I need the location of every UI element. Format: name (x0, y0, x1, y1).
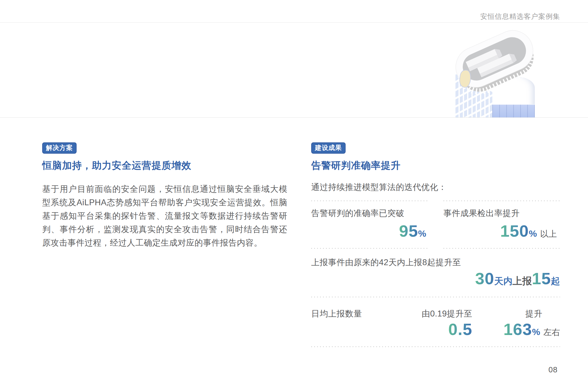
stat-daily-content: 日均上报数量 由0.19提升至 0.5 提升 163%左右 (311, 308, 560, 342)
stat-detection-value-line: 150%以上 (443, 223, 557, 244)
dotted-divider (443, 248, 560, 249)
dotted-divider (311, 346, 560, 347)
stat-daily-lift-unit: % (532, 327, 540, 337)
stat-accuracy: 告警研判的准确率已突破 95% (311, 200, 429, 249)
results-intro: 通过持续推进模型算法的迭代优化： (311, 182, 560, 193)
stat-daily-lift-value-line: 163%左右 (503, 321, 560, 342)
stat-daily-from: 由0.19提升至 0.5 (422, 308, 472, 342)
stat-reporting-label: 上报事件由原来的42天内上报8起提升至 (311, 257, 560, 268)
stats-row-1: 告警研判的准确率已突破 95% 事件成果检出率提升 150%以上 (311, 200, 560, 249)
building-accent-blob (458, 69, 472, 88)
top-divider (0, 22, 588, 23)
stat-detection-label: 事件成果检出率提升 (443, 208, 560, 219)
dotted-divider (311, 200, 429, 201)
stat-reporting: 上报事件由原来的42天内上报8起提升至 30天内上报15起 (311, 257, 560, 297)
building-tower (492, 77, 535, 117)
solution-body: 基于用户目前面临的安全问题，安恒信息通过恒脑安全垂域大模型系统及AiLPHA态势… (42, 182, 287, 250)
stat-daily-lift-value: 163 (503, 320, 532, 338)
stat-daily: 日均上报数量 由0.19提升至 0.5 提升 163%左右 (311, 308, 560, 347)
building-roof (454, 27, 535, 94)
middle-divider (0, 117, 588, 118)
dotted-divider (443, 200, 560, 201)
stat-reporting-value-line: 30天内上报15起 (311, 270, 560, 291)
building-glass (492, 104, 535, 117)
stat-accuracy-value-line: 95% (311, 223, 426, 244)
stat-reporting-count: 15 (532, 269, 551, 288)
stat-accuracy-unit: % (418, 228, 426, 239)
building-facade (454, 73, 494, 117)
stat-reporting-mid: 上报 (512, 275, 532, 286)
stat-daily-lift-label: 提升 (525, 308, 560, 319)
stat-detection: 事件成果检出率提升 150%以上 (443, 200, 560, 249)
stat-detection-value: 150 (500, 222, 529, 240)
stat-daily-lift-suffix: 左右 (543, 327, 560, 337)
building-illustration (454, 27, 535, 117)
solution-heading: 恒脑加持，助力安全运营提质增效 (42, 159, 287, 172)
dotted-divider (311, 248, 429, 249)
stat-reporting-days: 30 (475, 269, 494, 288)
stat-accuracy-value: 95 (399, 222, 418, 240)
stat-daily-from-label: 由0.19提升至 (422, 308, 472, 319)
stat-reporting-count-unit: 起 (551, 276, 560, 286)
results-section: 建设成果 告警研判准确率提升 通过持续推进模型算法的迭代优化： 告警研判的准确率… (311, 142, 560, 347)
dotted-divider (311, 297, 560, 297)
stat-accuracy-label: 告警研判的准确率已突破 (311, 208, 429, 219)
stat-detection-unit: % (529, 228, 537, 239)
stat-daily-from-value: 0.5 (448, 320, 472, 338)
stat-daily-lift: 提升 163%左右 (503, 308, 560, 342)
stat-reporting-days-unit: 天内 (494, 276, 512, 286)
stat-detection-suffix: 以上 (540, 229, 557, 239)
stat-daily-label: 日均上报数量 (311, 308, 422, 319)
header-title: 安恒信息精选客户案例集 (480, 12, 560, 21)
results-stats: 告警研判的准确率已突破 95% 事件成果检出率提升 150%以上 上报事件由原来… (311, 200, 560, 347)
stat-daily-from-value-line: 0.5 (448, 321, 472, 342)
page-number: 08 (548, 365, 558, 374)
results-badge: 建设成果 (311, 142, 346, 154)
results-heading: 告警研判准确率提升 (311, 159, 560, 172)
solution-badge: 解决方案 (42, 142, 77, 154)
solution-section: 解决方案 恒脑加持，助力安全运营提质增效 基于用户目前面临的安全问题，安恒信息通… (42, 142, 287, 250)
